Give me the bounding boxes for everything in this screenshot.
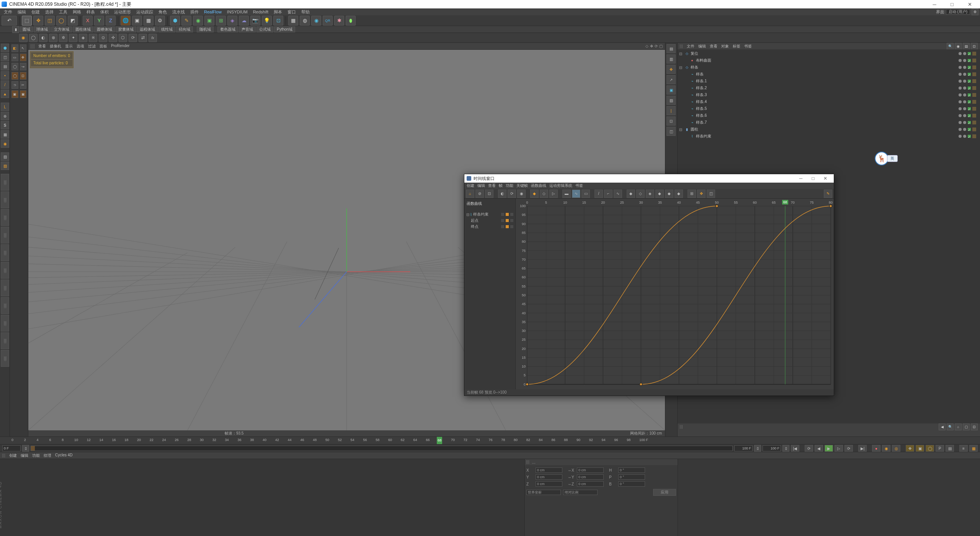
generator-subdiv[interactable]: ◉ bbox=[193, 16, 203, 26]
coord-mode1-dropdown[interactable]: 世界坐标 bbox=[526, 490, 561, 495]
prim-着色器域[interactable]: 着色器域 bbox=[217, 26, 238, 33]
environment[interactable]: ☁ bbox=[239, 16, 249, 26]
ime-indicator[interactable]: 🦌 英 bbox=[875, 152, 898, 165]
generator-array[interactable]: ⊞ bbox=[216, 16, 226, 26]
range-slider[interactable] bbox=[31, 446, 733, 451]
sel-live-icon[interactable]: ◧ bbox=[11, 44, 18, 52]
rs-8-icon[interactable]: ⊡ bbox=[666, 116, 676, 126]
snap-on-icon[interactable]: ⊕ bbox=[1, 112, 9, 120]
plugin-rf[interactable]: ◉ bbox=[311, 16, 321, 26]
object-row[interactable]: ⌁样条.7✓ bbox=[678, 119, 979, 126]
timeline-ruler[interactable]: 0246810121416182022242628303234363840424… bbox=[0, 437, 980, 444]
flmenu-帧[interactable]: 帧 bbox=[499, 183, 503, 188]
coord-tab[interactable]: … bbox=[532, 460, 536, 464]
fcurve-graph[interactable]: 0510152025303540455055606568707580051015… bbox=[516, 199, 834, 389]
ft-snap-1-icon[interactable]: ⊞ bbox=[688, 190, 696, 198]
fcurve-tree-row[interactable]: 起点 bbox=[466, 217, 514, 224]
ft-snap-2-icon[interactable]: ✥ bbox=[697, 190, 706, 198]
model-mode-icon[interactable]: ⬢ bbox=[1, 44, 9, 52]
btab-编辑[interactable]: 编辑 bbox=[21, 453, 28, 458]
workplane-icon[interactable]: ▤ bbox=[1, 62, 9, 70]
pos-x-field[interactable]: 0 cm bbox=[536, 467, 562, 473]
rs-9-icon[interactable]: ◫ bbox=[666, 127, 676, 136]
objmgr-filter-icon[interactable]: ▤ bbox=[963, 43, 970, 50]
object-row[interactable]: ⌁样条.1✓ bbox=[678, 78, 979, 85]
menu-工具[interactable]: 工具 bbox=[57, 8, 70, 15]
camera[interactable]: 📷 bbox=[250, 16, 260, 26]
pt-11[interactable]: ⬡ bbox=[119, 34, 127, 42]
plugin-misc[interactable]: ⬮ bbox=[346, 16, 356, 26]
maximize-button[interactable]: □ bbox=[943, 0, 961, 8]
generator-extrude[interactable]: ▣ bbox=[204, 16, 214, 26]
keysel-button[interactable]: ◎ bbox=[892, 445, 900, 452]
objmgr-search-icon[interactable]: 🔍 bbox=[947, 43, 954, 50]
apply-button[interactable]: 应用 bbox=[653, 489, 676, 496]
object-row[interactable]: ⌁样条✓ bbox=[678, 71, 979, 78]
pal-k[interactable]: ░ bbox=[1, 350, 9, 367]
key-param-button[interactable]: P bbox=[936, 445, 944, 452]
vp-nav-1-icon[interactable]: ◇ bbox=[645, 44, 648, 48]
object-row[interactable]: ⌁样条.5✓ bbox=[678, 105, 979, 112]
pal-f[interactable]: ░ bbox=[1, 262, 9, 279]
end2-step-icon[interactable]: ▯ bbox=[782, 445, 789, 452]
pal-a[interactable]: ░ bbox=[1, 174, 9, 191]
pt-1[interactable]: ◉ bbox=[19, 34, 28, 42]
pt-8[interactable]: ※ bbox=[89, 34, 97, 42]
rot-p-field[interactable]: 0 ° bbox=[618, 474, 645, 480]
fcurve-tree-row[interactable]: ⊟⌇样条约束 bbox=[466, 211, 514, 217]
deformer[interactable]: ◈ bbox=[227, 16, 237, 26]
spline-pen[interactable]: ✎ bbox=[181, 16, 191, 26]
z-axis-lock[interactable]: Z bbox=[106, 16, 116, 26]
menu-角色[interactable]: 角色 bbox=[156, 8, 169, 15]
flmenu-查看[interactable]: 查看 bbox=[488, 183, 496, 188]
attr-nav-back-icon[interactable]: ◀ bbox=[939, 423, 946, 430]
pt-13[interactable]: ⇄ bbox=[139, 34, 147, 42]
key-pla-button[interactable]: ▤ bbox=[946, 445, 954, 452]
playhead[interactable]: 68 bbox=[437, 437, 442, 444]
ft-addkey-icon[interactable]: ◆ bbox=[530, 190, 539, 198]
prim-远程体域[interactable]: 远程体域 bbox=[137, 26, 158, 33]
omenu-文件[interactable]: 文件 bbox=[687, 44, 694, 49]
plugin-qr[interactable]: QR bbox=[323, 16, 333, 26]
rot-b-field[interactable]: 0 ° bbox=[618, 481, 645, 487]
flmenu-书签[interactable]: 书签 bbox=[575, 183, 583, 188]
pt-12[interactable]: ⟳ bbox=[129, 34, 137, 42]
sel-rect-icon[interactable]: ▭ bbox=[11, 54, 18, 61]
pal-c[interactable]: ░ bbox=[1, 209, 9, 226]
flmenu-函数曲线[interactable]: 函数曲线 bbox=[531, 183, 546, 188]
loop2-button[interactable]: ⟳ bbox=[844, 445, 853, 452]
rs-7-icon[interactable]: | bbox=[666, 106, 676, 115]
key-rot-button[interactable]: ◯ bbox=[926, 445, 934, 452]
ft-tang-3-icon[interactable]: ◈ bbox=[646, 190, 654, 198]
rotate-icon[interactable]: ◯ bbox=[11, 72, 18, 80]
vpmenu-查看[interactable]: 查看 bbox=[38, 44, 46, 49]
omenu-对象[interactable]: 对象 bbox=[721, 44, 729, 49]
ft-mode-motion-icon[interactable]: ▭ bbox=[581, 190, 590, 198]
goto-end-button[interactable]: ▶| bbox=[858, 445, 867, 452]
ft-next-icon[interactable]: ▷ bbox=[549, 190, 558, 198]
ft-play-icon[interactable]: ◉ bbox=[517, 190, 526, 198]
object-row[interactable]: ⊟▮圆柱✓ bbox=[678, 126, 979, 133]
ft-mode-dope-icon[interactable]: ▬ bbox=[562, 190, 571, 198]
ft-cycle-icon[interactable]: ⟳ bbox=[508, 190, 516, 198]
omenu-标签[interactable]: 标签 bbox=[733, 44, 740, 49]
prim-圆柱体域[interactable]: 圆柱体域 bbox=[73, 26, 93, 33]
prim-径向域[interactable]: 径向域 bbox=[176, 26, 193, 33]
menu-创建[interactable]: 创建 bbox=[29, 8, 42, 15]
objmgr-eye-icon[interactable]: ◉ bbox=[955, 43, 962, 50]
flmenu-功能[interactable]: 功能 bbox=[506, 183, 513, 188]
rs-5-icon[interactable]: ▣ bbox=[666, 85, 676, 95]
ft-spline-icon[interactable]: ∿ bbox=[614, 190, 622, 198]
object-row[interactable]: ⌇样条约束✓ bbox=[678, 133, 979, 140]
render-view[interactable]: ▣ bbox=[132, 16, 142, 26]
ft-unlink-icon[interactable]: ⊡ bbox=[485, 190, 493, 198]
volume[interactable]: ▦ bbox=[288, 16, 298, 26]
vp-nav-4-icon[interactable]: ▢ bbox=[659, 44, 663, 48]
vpmenu-ProRender[interactable]: ProRender bbox=[111, 44, 129, 49]
move-tool[interactable]: ✥ bbox=[33, 16, 43, 26]
autokey-button[interactable]: ◉ bbox=[882, 445, 890, 452]
pt-6[interactable]: ✦ bbox=[69, 34, 77, 42]
omenu-查看[interactable]: 查看 bbox=[710, 44, 717, 49]
pal-h[interactable]: ░ bbox=[1, 297, 9, 314]
prim-prev-icon[interactable]: ▮ bbox=[12, 26, 19, 33]
